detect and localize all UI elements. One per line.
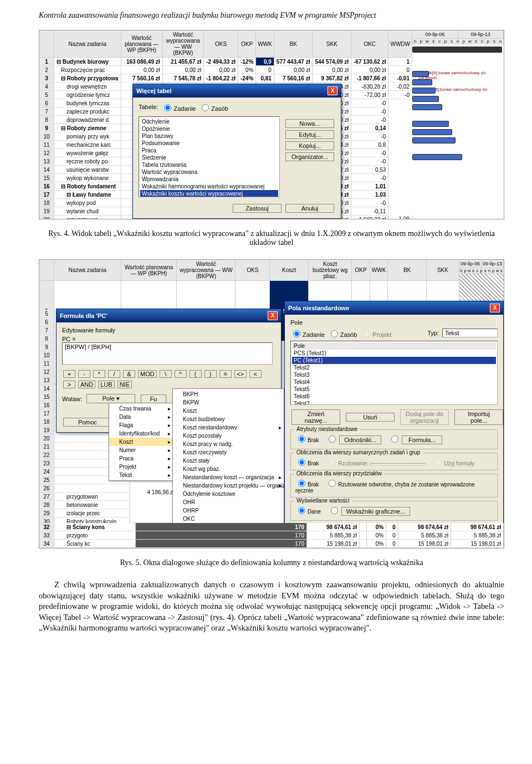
menu-item[interactable]: Data▸	[109, 413, 173, 421]
column-header[interactable]: WWK	[370, 260, 388, 281]
copy-button[interactable]: Kopiuj...	[285, 141, 334, 150]
column-header[interactable]: SKK	[426, 260, 459, 281]
operator-button[interactable]: ^	[175, 370, 187, 378]
menu-item[interactable]: Koszt rzeczywisty	[173, 448, 284, 457]
close-icon[interactable]: X	[490, 304, 500, 312]
table-row[interactable]: 1⊟ Budynek biurowy163 086,49 zł21 455,67…	[39, 58, 412, 66]
radio-attr-ref[interactable]: Odnośniki...	[326, 437, 382, 443]
list-item[interactable]: Odchylenie	[140, 118, 278, 125]
radio-calc-roll[interactable]: Rzutowanie:	[326, 460, 369, 466]
operator-button[interactable]: >	[63, 381, 75, 388]
column-header[interactable]: OKP	[352, 260, 370, 281]
column-header[interactable]: BK	[274, 30, 313, 58]
more-tables-dialog[interactable]: Więcej tabel X Tabele: Zadanie Zasób Odc…	[132, 84, 341, 219]
table-row[interactable]: 33przygoto1705 885,38 zł0%05 885,38 zł5 …	[39, 531, 504, 540]
add-org-button[interactable]: Dodaj pole do organizacji	[400, 409, 449, 425]
operator-button[interactable]: <>	[234, 370, 247, 378]
radio-disp-data[interactable]: Dane	[295, 509, 321, 515]
fields-listbox[interactable]: PolePCS (Tekst1)PC (Tekst1)Tekst2Tekst3T…	[290, 341, 498, 405]
list-item[interactable]: Plan bazowy	[140, 132, 278, 140]
operator-button[interactable]: )	[204, 370, 217, 378]
list-item[interactable]: Praca	[140, 147, 278, 154]
menu-item[interactable]: Koszt pracy w nadg.	[173, 440, 284, 448]
radio-field-resource[interactable]: Zasób	[328, 328, 357, 338]
cost-submenu[interactable]: BKPHBKPWKosztKoszt budżetowyKoszt niesta…	[172, 388, 284, 533]
list-item[interactable]: PCS (Tekst1)	[292, 350, 496, 357]
column-header[interactable]: Nazwa zadania	[54, 30, 121, 58]
radio-calc-none[interactable]: Brak	[295, 460, 319, 466]
column-header[interactable]: Koszt	[270, 260, 309, 281]
operator-button[interactable]: AND	[78, 381, 95, 388]
column-header[interactable]: SKK	[313, 30, 351, 58]
menu-item[interactable]: Tekst▸	[109, 471, 173, 479]
tables-listbox[interactable]: OdchylenieOpóźnieniePlan bazowyPodsumowa…	[139, 116, 280, 197]
custom-fields-dialog[interactable]: Pola niestandardowe X Pole Zadanie Zasób…	[284, 301, 504, 542]
table-row[interactable]: 2Rozpoczęcie prac0,00 zł0,00 zł0,00 zł0%…	[39, 66, 412, 74]
radio-resource[interactable]: Zasób	[199, 102, 228, 112]
list-item[interactable]: Tekst6	[292, 393, 496, 400]
operator-button[interactable]: =	[219, 370, 232, 378]
radio-field-task[interactable]: Zadanie	[290, 328, 325, 338]
list-item[interactable]: Opóźnienie	[140, 125, 278, 132]
operator-button[interactable]: (	[190, 370, 202, 378]
import-field-button[interactable]: Importuj pole...	[454, 409, 503, 425]
type-select[interactable]: Tekst	[442, 329, 498, 337]
menu-item[interactable]: Koszt budżetowy	[173, 415, 284, 423]
menu-item[interactable]: OHRP	[173, 506, 284, 515]
menu-item[interactable]: OKC	[173, 515, 284, 523]
menu-item[interactable]: Koszt▸	[109, 438, 173, 446]
list-item[interactable]: Śledzenie	[140, 154, 278, 161]
radio-assign-none[interactable]: Brak	[295, 481, 319, 488]
menu-item[interactable]: Flaga▸	[109, 421, 173, 429]
field-dropdown-button[interactable]: Pole ▾	[86, 394, 135, 403]
operator-button[interactable]: NIE	[117, 381, 132, 388]
field-category-menu[interactable]: Czas trwania▸Data▸Flaga▸Identyfikator/ko…	[109, 403, 173, 481]
list-item[interactable]: PC (Tekst1)	[292, 357, 496, 364]
radio-calc-use[interactable]: Użyj formuły	[432, 460, 474, 466]
list-item[interactable]: Wprowadzania	[140, 176, 278, 183]
table-row[interactable]: 32⊟ Ściany kons17098 674,61 zł0%098 674,…	[39, 523, 504, 531]
operator-button[interactable]: +	[63, 370, 75, 378]
column-header[interactable]: Wartość wypracowana — WW (BKPW)	[162, 30, 204, 58]
cancel-button[interactable]: Anuluj	[285, 204, 334, 213]
menu-item[interactable]: Koszt wg pbaz.	[173, 465, 284, 473]
operator-button[interactable]: *	[93, 370, 105, 378]
menu-item[interactable]: Koszt niestandardowy▸	[173, 423, 284, 432]
menu-item[interactable]: Identyfikator/kod▸	[109, 429, 173, 438]
radio-task[interactable]: Zadanie	[161, 102, 196, 112]
function-button[interactable]: Fu	[141, 394, 166, 403]
operator-button[interactable]: &	[123, 370, 135, 378]
menu-item[interactable]: Projekt▸	[109, 463, 173, 471]
list-item[interactable]: Podsumowanie	[140, 140, 278, 147]
operator-button[interactable]: <	[249, 370, 262, 378]
column-header[interactable]: Wartość planowana — WP (BKPH)	[121, 30, 162, 58]
menu-item[interactable]: BKPW	[173, 398, 284, 407]
close-icon[interactable]: X	[328, 86, 337, 95]
column-header[interactable]: OKC	[351, 30, 388, 58]
radio-attr-none[interactable]: Brak	[295, 437, 319, 443]
operator-button[interactable]: -	[78, 370, 90, 378]
menu-item[interactable]: Niestandardowy koszt — organizacja▸	[173, 473, 284, 481]
menu-item[interactable]: Koszt	[173, 407, 284, 415]
delete-button[interactable]: Usuń	[346, 413, 395, 422]
organizer-button[interactable]: Organizator...	[285, 152, 334, 161]
close-icon[interactable]: X	[268, 311, 278, 320]
column-header[interactable]: OKP	[238, 30, 255, 58]
menu-item[interactable]: Odchylenie kosztowe	[173, 490, 284, 498]
menu-item[interactable]: Numer▸	[109, 446, 173, 454]
operator-button[interactable]: \	[160, 370, 172, 378]
list-item[interactable]: Tekst2	[292, 364, 496, 371]
list-item[interactable]: Tekst3	[292, 371, 496, 378]
menu-item[interactable]: OHR	[173, 498, 284, 506]
menu-item[interactable]: Koszt pozostały	[173, 432, 284, 440]
edit-button[interactable]: Edytuj...	[285, 130, 334, 139]
menu-item[interactable]: Niestandardowy koszt projektu — organiza…	[173, 481, 284, 490]
list-item[interactable]: Tekst4	[292, 378, 496, 386]
column-header[interactable]: WWK	[256, 30, 274, 58]
list-item[interactable]: Tabela rzutowania	[140, 161, 278, 168]
column-header[interactable]: Wartość wypracowana — WW (BKPW)	[177, 260, 236, 281]
column-header[interactable]: Nazwa zadania	[54, 260, 121, 281]
operator-button[interactable]: LUB	[98, 381, 114, 388]
operator-button[interactable]: /	[108, 370, 120, 378]
menu-item[interactable]: Czas trwania▸	[109, 404, 173, 413]
